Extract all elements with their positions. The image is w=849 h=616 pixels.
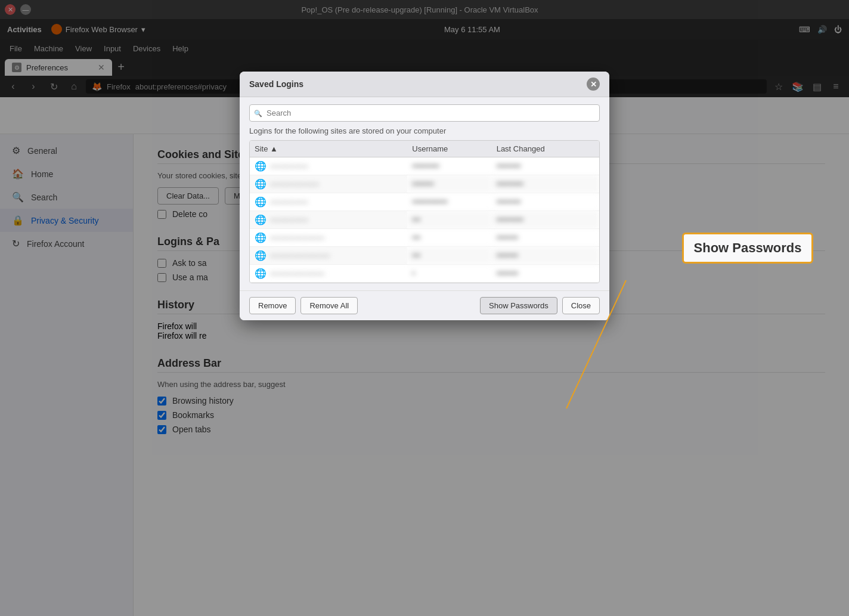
- dialog-search-input[interactable]: [249, 104, 600, 122]
- remove-all-button[interactable]: Remove All: [300, 297, 358, 314]
- table-row[interactable]: 🌐•••••••••••••• ••• ••••••••••: [250, 211, 599, 229]
- dialog-footer: Remove Remove All Show Passwords Close: [240, 290, 609, 320]
- site-value: ••••••••••••••••••••: [270, 270, 324, 278]
- username-value: •: [407, 265, 491, 283]
- username-value: •••: [407, 211, 491, 229]
- globe-icon: 🌐: [255, 161, 267, 171]
- remove-button[interactable]: Remove: [249, 297, 296, 314]
- last-changed-value: ••••••••: [492, 229, 599, 247]
- globe-icon: 🌐: [255, 197, 267, 207]
- table-header-username[interactable]: Username: [407, 141, 491, 157]
- globe-icon: 🌐: [255, 179, 267, 189]
- site-value: ••••••••••••••••••••: [270, 234, 324, 243]
- show-passwords-callout: Show Passwords: [682, 233, 813, 264]
- table-row[interactable]: 🌐•••••••••••••• ••••••••••••• •••••••••: [250, 193, 599, 211]
- site-header-label: Site: [255, 144, 268, 153]
- dialog-titlebar: Saved Logins ✕: [240, 72, 609, 97]
- username-value: •••: [407, 229, 491, 247]
- globe-icon: 🌐: [255, 233, 267, 243]
- dialog-body: Logins for the following sites are store…: [240, 97, 609, 290]
- dialog-title: Saved Logins: [249, 79, 303, 89]
- username-value: ••••••••••: [407, 157, 491, 175]
- username-value: •••: [407, 247, 491, 265]
- site-value: ••••••••••••••: [270, 198, 308, 207]
- site-value: ••••••••••••••: [270, 216, 308, 225]
- username-value: ••••••••: [407, 175, 491, 193]
- table-row[interactable]: 🌐•••••••••••••••••••• • ••••••••: [250, 265, 599, 283]
- table-row[interactable]: 🌐•••••••••••••••••••••• ••• ••••••••: [250, 247, 599, 265]
- table-header-site[interactable]: Site ▲: [250, 141, 407, 157]
- globe-icon: 🌐: [255, 250, 267, 261]
- globe-icon: 🌐: [255, 215, 267, 225]
- dialog-table-wrapper[interactable]: Site ▲ Username Last Changed 🌐••••••••••…: [249, 140, 600, 283]
- site-value: ••••••••••••••••••••••: [270, 252, 330, 261]
- dialog-close-button[interactable]: ✕: [587, 78, 600, 91]
- sort-ascending-icon: ▲: [270, 144, 278, 153]
- saved-logins-dialog: Saved Logins ✕ Logins for the following …: [240, 72, 609, 320]
- site-value: ••••••••••••••••••: [270, 180, 319, 189]
- table-header-last-changed[interactable]: Last Changed: [492, 141, 599, 157]
- dialog-overlay: Saved Logins ✕ Logins for the following …: [0, 0, 849, 616]
- last-changed-value: ••••••••: [492, 265, 599, 283]
- close-dialog-button[interactable]: Close: [562, 297, 600, 314]
- callout-label: Show Passwords: [694, 240, 802, 255]
- dialog-footer-right: Show Passwords Close: [480, 297, 600, 314]
- last-changed-value: ••••••••••: [492, 175, 599, 193]
- last-changed-value: ••••••••••: [492, 211, 599, 229]
- dialog-search-wrapper: [249, 104, 600, 122]
- dialog-footer-left: Remove Remove All: [249, 297, 358, 314]
- show-passwords-button[interactable]: Show Passwords: [480, 297, 557, 314]
- site-value: ••••••••••••••: [270, 162, 308, 171]
- table-row[interactable]: 🌐•••••••••••••••••••• ••• ••••••••: [250, 229, 599, 247]
- globe-icon: 🌐: [255, 268, 267, 278]
- username-value: •••••••••••••: [407, 193, 491, 211]
- last-changed-value: •••••••••: [492, 157, 599, 175]
- logins-table: Site ▲ Username Last Changed 🌐••••••••••…: [250, 141, 599, 283]
- table-row[interactable]: 🌐•••••••••••••••••• •••••••• ••••••••••: [250, 175, 599, 193]
- dialog-description: Logins for the following sites are store…: [249, 126, 600, 135]
- last-changed-value: •••••••••: [492, 193, 599, 211]
- table-row[interactable]: 🌐•••••••••••••• •••••••••• •••••••••: [250, 157, 599, 175]
- last-changed-value: ••••••••: [492, 247, 599, 265]
